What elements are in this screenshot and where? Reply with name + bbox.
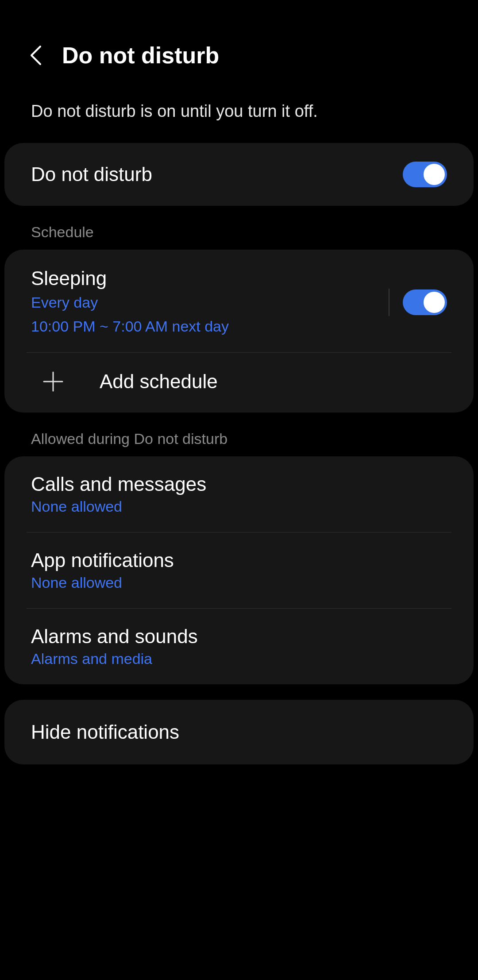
apps-sub: None allowed xyxy=(31,574,447,591)
dnd-toggle-row[interactable]: Do not disturb xyxy=(4,143,474,206)
schedule-sleeping-row[interactable]: Sleeping Every day 10:00 PM ~ 7:00 AM ne… xyxy=(4,250,474,352)
allowed-section-label: Allowed during Do not disturb xyxy=(0,413,478,456)
calls-messages-row[interactable]: Calls and messages None allowed xyxy=(4,456,474,532)
alarms-sub: Alarms and media xyxy=(31,650,447,667)
schedule-name: Sleeping xyxy=(31,267,389,289)
toggle-knob xyxy=(424,164,445,185)
schedule-days: Every day xyxy=(31,292,389,313)
dnd-status-text: Do not disturb is on until you turn it o… xyxy=(0,69,478,143)
toggle-knob xyxy=(424,292,445,313)
alarms-title: Alarms and sounds xyxy=(31,625,447,648)
add-schedule-row[interactable]: Add schedule xyxy=(4,353,474,413)
allowed-card: Calls and messages None allowed App noti… xyxy=(4,456,474,684)
back-icon[interactable] xyxy=(27,46,44,64)
hide-notifications-title: Hide notifications xyxy=(31,721,447,743)
calls-title: Calls and messages xyxy=(31,473,447,495)
dnd-toggle-card: Do not disturb xyxy=(4,143,474,206)
vertical-divider xyxy=(389,289,389,316)
plus-icon xyxy=(42,370,64,393)
calls-sub: None allowed xyxy=(31,498,447,515)
app-notifications-row[interactable]: App notifications None allowed xyxy=(4,532,474,608)
alarms-sounds-row[interactable]: Alarms and sounds Alarms and media xyxy=(4,609,474,684)
page-title: Do not disturb xyxy=(62,42,219,69)
hide-notifications-row[interactable]: Hide notifications xyxy=(4,700,474,764)
add-schedule-label: Add schedule xyxy=(100,370,218,393)
dnd-toggle[interactable] xyxy=(403,162,447,187)
schedule-section-label: Schedule xyxy=(0,206,478,250)
dnd-toggle-label: Do not disturb xyxy=(31,163,152,185)
schedule-time: 10:00 PM ~ 7:00 AM next day xyxy=(31,316,389,337)
apps-title: App notifications xyxy=(31,549,447,571)
schedule-toggle[interactable] xyxy=(403,289,447,315)
schedule-card: Sleeping Every day 10:00 PM ~ 7:00 AM ne… xyxy=(4,250,474,413)
